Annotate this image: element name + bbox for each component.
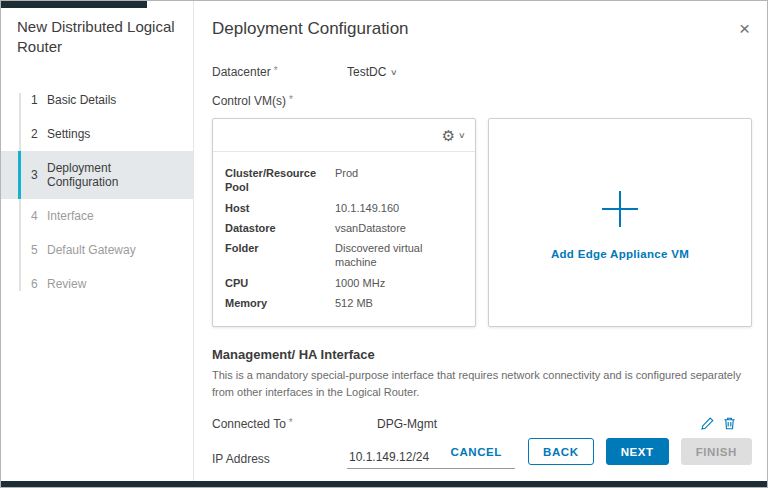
vm-detail-value: 512 MB <box>335 296 463 310</box>
connected-to-label: Connected To* <box>212 417 347 431</box>
step-review: 6 Review <box>1 267 193 301</box>
step-basic-details[interactable]: 1 Basic Details <box>1 83 193 117</box>
datacenter-value: TestDC <box>347 65 386 79</box>
vm-detail-row: Memory 512 MB <box>225 296 463 310</box>
connected-to-value: DPG-Mgmt <box>377 417 437 431</box>
step-deployment-configuration[interactable]: 3 Deployment Configuration <box>1 151 193 199</box>
back-button[interactable]: BACK <box>528 438 594 465</box>
connected-to-row: Connected To* DPG-Mgmt <box>212 415 752 432</box>
vm-detail-label: Cluster/Resource Pool <box>225 166 335 195</box>
step-interface: 4 Interface <box>1 199 193 233</box>
vm-detail-label: Memory <box>225 296 335 310</box>
datacenter-label: Datacenter* <box>212 65 347 79</box>
step-label: Review <box>47 277 86 291</box>
close-icon[interactable]: × <box>737 19 752 38</box>
vm-detail-row: Folder Discovered virtual machine <box>225 241 463 270</box>
step-settings[interactable]: 2 Settings <box>1 117 193 151</box>
step-label: Settings <box>47 127 90 141</box>
vm-detail-value: 10.1.149.160 <box>335 201 463 215</box>
vm-detail-label: Host <box>225 201 335 215</box>
step-number: 6 <box>31 277 47 291</box>
mgmt-ha-interface-title: Management/ HA Interface <box>212 347 752 362</box>
datacenter-row: Datacenter* TestDC ∨ <box>212 65 752 79</box>
step-label: Basic Details <box>47 93 116 107</box>
finish-button: FINISH <box>681 438 752 465</box>
vm-detail-label: Folder <box>225 241 335 270</box>
step-number: 2 <box>31 127 47 141</box>
required-marker: * <box>274 65 278 76</box>
vm-detail-label: CPU <box>225 276 335 290</box>
wizard-footer: CANCEL BACK NEXT FINISH <box>436 438 752 465</box>
gear-menu-button[interactable]: ⚙ ∨ <box>442 128 465 143</box>
step-number: 4 <box>31 209 47 223</box>
required-marker: * <box>289 94 293 105</box>
datacenter-select[interactable]: TestDC ∨ <box>347 65 397 79</box>
step-label: Default Gateway <box>47 243 136 257</box>
vm-detail-row: CPU 1000 MHz <box>225 276 463 290</box>
wizard-steps: 1 Basic Details 2 Settings 3 Deployment … <box>1 83 193 301</box>
next-button[interactable]: NEXT <box>606 438 669 465</box>
panel-header: Deployment Configuration × <box>212 19 752 39</box>
wizard-sidebar: New Distributed Logical Router 1 Basic D… <box>1 1 194 487</box>
background-top-bar <box>1 1 147 8</box>
page-title: Deployment Configuration <box>212 19 409 39</box>
background-bottom-bar <box>1 481 767 487</box>
vm-detail-value: Prod <box>335 166 463 195</box>
delete-button[interactable] <box>721 415 738 432</box>
vm-card-toolbar: ⚙ ∨ <box>213 119 475 152</box>
required-marker: * <box>289 417 293 428</box>
plus-icon <box>597 186 643 232</box>
ip-address-label: IP Address <box>212 452 347 466</box>
control-vms-label: Control VM(s)* <box>212 94 347 108</box>
label-text: Datacenter <box>212 65 271 79</box>
edit-button[interactable] <box>699 415 716 432</box>
step-number: 5 <box>31 243 47 257</box>
control-vms-row: Control VM(s)* <box>212 94 752 108</box>
control-vm-cards: ⚙ ∨ Cluster/Resource Pool Prod Host 10.1… <box>212 118 752 327</box>
control-vm-card: ⚙ ∨ Cluster/Resource Pool Prod Host 10.1… <box>212 118 476 327</box>
deployment-form: Datacenter* TestDC ∨ Control VM(s)* ⚙ ∨ <box>212 65 752 469</box>
vm-detail-row: Cluster/Resource Pool Prod <box>225 166 463 195</box>
chevron-down-icon: ∨ <box>390 68 398 77</box>
vm-detail-list: Cluster/Resource Pool Prod Host 10.1.149… <box>213 152 475 326</box>
new-dlr-wizard-dialog: New Distributed Logical Router 1 Basic D… <box>0 0 768 488</box>
chevron-down-icon: ∨ <box>458 131 466 140</box>
vm-detail-row: Datastore vsanDatastore <box>225 221 463 235</box>
step-label: Deployment Configuration <box>47 161 185 189</box>
vm-detail-value: vsanDatastore <box>335 221 463 235</box>
trash-icon <box>722 416 737 431</box>
label-text: Control VM(s) <box>212 94 286 108</box>
pencil-icon <box>700 416 715 431</box>
label-text: Connected To <box>212 417 286 431</box>
wizard-title: New Distributed Logical Router <box>1 17 193 57</box>
vm-detail-value: 1000 MHz <box>335 276 463 290</box>
step-number: 3 <box>31 168 47 182</box>
connected-to-actions <box>699 415 752 432</box>
add-edge-appliance-vm-button[interactable]: Add Edge Appliance VM <box>488 118 752 327</box>
deployment-configuration-panel: Deployment Configuration × Datacenter* T… <box>194 1 768 487</box>
label-text: IP Address <box>212 452 270 466</box>
cancel-button[interactable]: CANCEL <box>436 438 516 465</box>
vm-detail-value: Discovered virtual machine <box>335 241 463 270</box>
step-label: Interface <box>47 209 94 223</box>
gear-icon: ⚙ <box>442 128 455 143</box>
step-default-gateway: 5 Default Gateway <box>1 233 193 267</box>
add-edge-appliance-vm-label: Add Edge Appliance VM <box>551 248 689 260</box>
vm-detail-row: Host 10.1.149.160 <box>225 201 463 215</box>
step-number: 1 <box>31 93 47 107</box>
vm-detail-label: Datastore <box>225 221 335 235</box>
mgmt-ha-description: This is a mandatory special-purpose inte… <box>212 367 752 400</box>
